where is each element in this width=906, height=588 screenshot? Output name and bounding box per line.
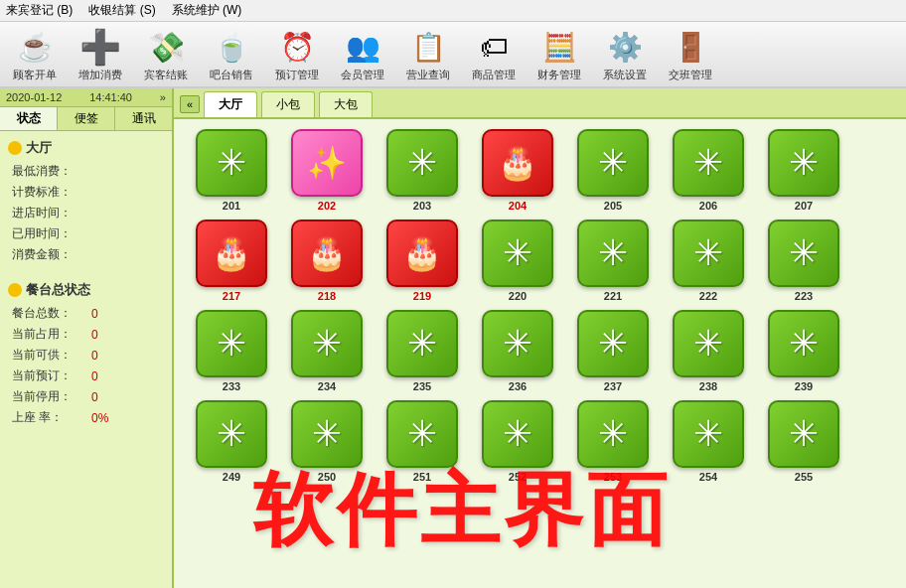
sidebar-tab-bar: 状态 便签 通讯 <box>0 107 172 131</box>
btn-settings[interactable]: ⚙️ 系统设置 <box>598 26 652 82</box>
btn-checkout[interactable]: 💸 宾客结账 <box>139 26 193 82</box>
table-249[interactable]: ✳ <box>196 400 267 468</box>
table-cell-220: ✳ 220 <box>474 220 561 302</box>
table-206[interactable]: ✳ <box>673 129 744 197</box>
btn-add-consumption[interactable]: ➕ 增加消费 <box>74 26 127 82</box>
table-205[interactable]: ✳ <box>577 129 649 197</box>
table-num-253: 253 <box>604 471 622 483</box>
table-251[interactable]: ✳ <box>386 400 458 468</box>
btn-goods-label: 商品管理 <box>472 68 516 82</box>
nav-arrow-left[interactable]: « <box>180 95 200 113</box>
tab-status[interactable]: 状态 <box>0 107 58 130</box>
btn-member[interactable]: 👥 会员管理 <box>336 26 389 82</box>
billing-standard-label: 计费标准： <box>12 184 81 201</box>
table-cell-207: ✳ 207 <box>760 129 847 212</box>
table-235[interactable]: ✳ <box>386 310 458 377</box>
star-icon-203: ✳ <box>407 142 437 184</box>
table-cell-205: ✳ 205 <box>569 129 657 212</box>
table-223[interactable]: ✳ <box>768 220 839 287</box>
table-201[interactable]: ✳ <box>196 129 267 197</box>
member-icon: 👥 <box>339 26 386 68</box>
content-tab-bar: « 大厅 小包 大包 <box>174 88 906 119</box>
table-252[interactable]: ✳ <box>482 400 553 468</box>
btn-bar-sales[interactable]: 🍵 吧台销售 <box>205 26 258 82</box>
table-207[interactable]: ✳ <box>768 129 839 197</box>
menu-guests[interactable]: 来宾登记 (B) <box>6 2 73 19</box>
table-218[interactable]: 🎂 <box>291 220 363 287</box>
table-234[interactable]: ✳ <box>291 310 363 377</box>
table-254[interactable]: ✳ <box>673 400 744 468</box>
checkin-time-label: 进店时间： <box>12 205 81 221</box>
table-num-239: 239 <box>795 380 813 392</box>
status-section: 餐台总状态 餐台总数： 0 当前占用： 0 当前可供： 0 当前预订： 0 当前… <box>0 273 172 432</box>
datetime-bar: 2020-01-12 14:41:40 » <box>0 88 172 107</box>
star-icon-201: ✳ <box>217 142 246 184</box>
reservation-icon: ⏰ <box>273 26 321 68</box>
table-cell-255: ✳ 255 <box>760 400 847 483</box>
table-219[interactable]: 🎂 <box>386 220 458 287</box>
btn-reservation-label: 预订管理 <box>275 68 319 82</box>
table-233[interactable]: ✳ <box>196 310 267 377</box>
table-236[interactable]: ✳ <box>482 310 553 377</box>
star-icon-222: ✳ <box>693 232 723 274</box>
disabled-tables-row: 当前停用： 0 <box>8 386 164 407</box>
btn-shift[interactable]: 🚪 交班管理 <box>664 26 717 82</box>
table-220[interactable]: ✳ <box>482 220 553 287</box>
menu-bar: 来宾登记 (B) 收银结算 (S) 系统维护 (W) <box>0 0 906 22</box>
table-cell-201: ✳ 201 <box>188 129 275 212</box>
table-255[interactable]: ✳ <box>768 400 839 468</box>
add-consumption-icon: ➕ <box>76 26 124 68</box>
tab-small-room[interactable]: 小包 <box>261 91 315 117</box>
btn-sales-query[interactable]: 📋 营业查询 <box>401 26 455 82</box>
table-cell-254: ✳ 254 <box>665 400 752 483</box>
tab-large-room[interactable]: 大包 <box>319 91 373 117</box>
table-num-204: 204 <box>509 200 527 212</box>
main-layout: 2020-01-12 14:41:40 » 状态 便签 通讯 大厅 最低消费： … <box>0 88 906 588</box>
menu-system[interactable]: 系统维护 (W) <box>172 2 242 19</box>
table-cell-204: 🎂 204 <box>474 129 561 212</box>
btn-reservation[interactable]: ⏰ 预订管理 <box>270 26 324 82</box>
nav-arrow-sidebar[interactable]: » <box>160 91 166 103</box>
table-204[interactable]: 🎂 <box>482 129 553 197</box>
table-num-255: 255 <box>795 471 813 483</box>
btn-finance[interactable]: 🧮 财务管理 <box>532 26 586 82</box>
table-250[interactable]: ✳ <box>291 400 363 468</box>
btn-open-order[interactable]: ☕ 顾客开单 <box>8 26 62 82</box>
table-202[interactable]: ✨ <box>291 129 363 197</box>
star-icon-233: ✳ <box>217 323 246 365</box>
tab-notes[interactable]: 便签 <box>58 107 115 130</box>
table-238[interactable]: ✳ <box>673 310 744 377</box>
table-num-238: 238 <box>699 380 717 392</box>
table-row-3: ✳ 233 ✳ 234 ✳ 235 <box>188 310 892 392</box>
star-icon-252: ✳ <box>503 413 532 455</box>
table-cell-235: ✳ 235 <box>378 310 466 392</box>
table-num-201: 201 <box>223 200 240 212</box>
bar-sales-icon: 🍵 <box>208 26 255 68</box>
table-num-205: 205 <box>604 200 622 212</box>
btn-checkout-label: 宾客结账 <box>144 68 188 82</box>
cake-icon-219: 🎂 <box>402 234 442 272</box>
table-cell-234: ✳ 234 <box>283 310 371 392</box>
shift-icon: 🚪 <box>667 26 714 68</box>
table-num-217: 217 <box>223 290 240 302</box>
tab-comms[interactable]: 通讯 <box>115 107 172 130</box>
table-239[interactable]: ✳ <box>768 310 839 377</box>
star-icon-254: ✳ <box>693 413 723 455</box>
occupancy-rate-row: 上座 率： 0% <box>8 407 164 428</box>
table-cell-223: ✳ 223 <box>760 220 847 302</box>
table-237[interactable]: ✳ <box>577 310 649 377</box>
star-icon-236: ✳ <box>503 323 532 365</box>
btn-goods[interactable]: 🏷 商品管理 <box>467 26 521 82</box>
table-203[interactable]: ✳ <box>386 129 458 197</box>
table-row-2: 🎂 217 🎂 218 🎂 219 <box>188 220 892 302</box>
menu-cashier[interactable]: 收银结算 (S) <box>88 2 155 19</box>
table-217[interactable]: 🎂 <box>196 220 267 287</box>
table-221[interactable]: ✳ <box>577 220 649 287</box>
cake-icon-204: 🎂 <box>498 144 537 182</box>
table-222[interactable]: ✳ <box>673 220 744 287</box>
used-time-label: 已用时间： <box>12 225 81 242</box>
tab-hall[interactable]: 大厅 <box>204 91 257 117</box>
table-grid: ✳ 201 ✨ 202 ✳ 203 <box>174 119 906 588</box>
table-253[interactable]: ✳ <box>577 400 649 468</box>
cake-icon-218: 🎂 <box>307 234 347 272</box>
